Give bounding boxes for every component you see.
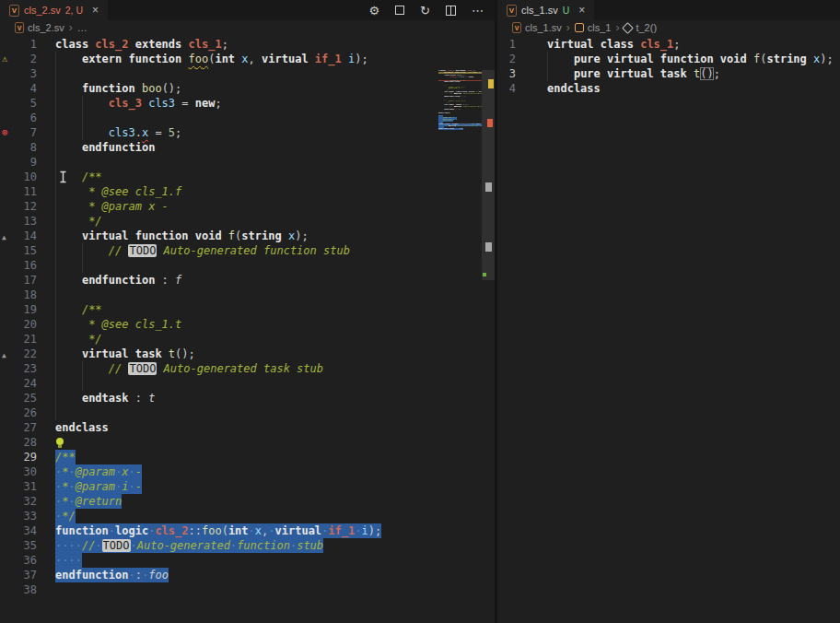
line-number[interactable]: 1 bbox=[497, 37, 516, 52]
line-number[interactable]: 10 bbox=[0, 170, 37, 184]
code-line[interactable]: 29/** bbox=[0, 450, 495, 464]
line-number[interactable]: 35 bbox=[0, 538, 37, 553]
code-line[interactable]: 33·*/ bbox=[0, 509, 495, 523]
code-line[interactable]: 28 bbox=[0, 435, 495, 450]
code-line[interactable]: 14▲ virtual function void f(string x); bbox=[0, 229, 495, 243]
settings-gear-icon[interactable]: ⚙ bbox=[368, 5, 379, 17]
code-line[interactable]: 12 * @param x - bbox=[0, 199, 495, 214]
code-line[interactable]: 17 endfunction : f bbox=[0, 273, 495, 288]
line-number[interactable]: 8 bbox=[0, 140, 37, 155]
code-line[interactable]: 24 bbox=[0, 376, 495, 391]
code-line[interactable]: 6 bbox=[0, 111, 495, 125]
lightbulb-icon[interactable] bbox=[56, 438, 64, 445]
line-number[interactable]: 9 bbox=[0, 155, 37, 170]
selection-highlight: ·*·@param·i·- bbox=[55, 479, 142, 494]
square-icon[interactable] bbox=[395, 6, 404, 15]
code-line[interactable]: 31·*·@param·i·- bbox=[0, 479, 495, 494]
breadcrumb-item[interactable]: … bbox=[77, 22, 88, 33]
code-line[interactable]: 20 * @see cls_1.t bbox=[0, 317, 495, 332]
line-number[interactable]: 13 bbox=[0, 214, 37, 229]
line-number[interactable]: 4 bbox=[497, 81, 516, 96]
line-number[interactable]: 11 bbox=[0, 184, 37, 199]
code-line[interactable]: 38 bbox=[0, 582, 495, 597]
code-line[interactable]: 4 function boo(); bbox=[0, 81, 495, 96]
line-number[interactable]: 18 bbox=[0, 288, 37, 302]
split-editor-icon[interactable] bbox=[446, 6, 456, 16]
minimap[interactable]: class cls_2 extends cls_1; extern functi… bbox=[438, 70, 482, 132]
close-icon[interactable]: × bbox=[578, 4, 585, 17]
line-number[interactable]: 33 bbox=[0, 509, 37, 523]
line-number[interactable]: 32 bbox=[0, 494, 37, 509]
selection-highlight: ·*/ bbox=[55, 509, 76, 523]
line-number[interactable]: 2 bbox=[497, 52, 516, 66]
close-icon[interactable]: × bbox=[92, 4, 99, 17]
code-line[interactable]: 16 bbox=[0, 258, 495, 273]
code-line[interactable]: 1class cls_2 extends cls_1; bbox=[0, 37, 495, 52]
breadcrumb-item[interactable]: t_2() bbox=[624, 22, 657, 33]
line-number[interactable]: 20 bbox=[0, 317, 37, 332]
line-number[interactable]: 6 bbox=[0, 111, 37, 125]
line-number[interactable]: 31 bbox=[0, 479, 37, 494]
code-line[interactable]: 21 */ bbox=[0, 332, 495, 347]
code-line[interactable]: 1virtual class cls_1; bbox=[497, 37, 840, 52]
line-number[interactable]: 3 bbox=[0, 66, 37, 81]
code-line[interactable]: 2⚠ extern function foo(int x, virtual if… bbox=[0, 52, 495, 66]
code-line[interactable]: 7⊗ cls3.x = 5; bbox=[0, 125, 495, 140]
line-number[interactable]: 1 bbox=[0, 37, 37, 52]
line-number[interactable]: 27 bbox=[0, 420, 37, 435]
code-line[interactable]: 2 pure virtual function void f(string x)… bbox=[497, 52, 840, 66]
line-number[interactable]: 4 bbox=[0, 81, 37, 96]
breadcrumb-item[interactable]: Vcls_2.sv bbox=[15, 22, 64, 33]
code-line[interactable]: 8 endfunction bbox=[0, 140, 495, 155]
token: Auto-generated task stub bbox=[157, 362, 323, 375]
line-number[interactable]: 25 bbox=[0, 391, 37, 406]
line-number[interactable]: 30 bbox=[0, 464, 37, 479]
code-line[interactable]: 36···· bbox=[0, 553, 495, 568]
line-number[interactable]: 36 bbox=[0, 553, 37, 568]
line-number[interactable]: 28 bbox=[0, 435, 37, 450]
line-number[interactable]: 15 bbox=[0, 243, 37, 258]
line-number[interactable]: 26 bbox=[0, 406, 37, 420]
code-line[interactable]: 9 bbox=[0, 155, 495, 170]
code-line[interactable]: 4endclass bbox=[497, 81, 840, 96]
line-number[interactable]: 17 bbox=[0, 273, 37, 288]
line-number[interactable]: 29 bbox=[0, 450, 37, 464]
line-number[interactable]: 12 bbox=[0, 199, 37, 214]
code-line[interactable]: 23 // TODO Auto-generated task stub bbox=[0, 361, 495, 376]
tab-cls1sv[interactable]: V cls_1.sv U × bbox=[497, 0, 594, 20]
code-line[interactable]: 15 // TODO Auto-generated function stub bbox=[0, 243, 495, 258]
line-number[interactable]: 23 bbox=[0, 361, 37, 376]
line-number[interactable]: 3 bbox=[497, 66, 516, 81]
code-line[interactable]: 19 /** bbox=[0, 302, 495, 317]
code-line[interactable]: 5 cls_3 cls3 = new; bbox=[0, 96, 495, 111]
code-line[interactable]: 25 endtask : t bbox=[0, 391, 495, 406]
code-line[interactable]: 11 * @see cls_1.f bbox=[0, 184, 495, 199]
code-line[interactable]: 22▲ virtual task t(); bbox=[0, 347, 495, 361]
code-line[interactable]: 34function·logic·cls_2::foo(int·x,·virtu… bbox=[0, 523, 495, 538]
code-line[interactable]: 37endfunction·:·foo bbox=[0, 568, 495, 582]
line-number[interactable]: 24 bbox=[0, 376, 37, 391]
scrollbar[interactable] bbox=[482, 70, 495, 623]
code-line[interactable]: 3 pure virtual task t(); bbox=[497, 66, 840, 81]
code-line[interactable]: 30·*·@param·x·- bbox=[0, 464, 495, 479]
line-number[interactable]: 19 bbox=[0, 302, 37, 317]
code-line[interactable]: 26 bbox=[0, 406, 495, 420]
code-line[interactable]: 18 bbox=[0, 288, 495, 302]
line-number[interactable]: 37 bbox=[0, 568, 37, 582]
code-line[interactable]: 3 bbox=[0, 66, 495, 81]
code-line[interactable]: 13 */ bbox=[0, 214, 495, 229]
code-line[interactable]: 10 /** bbox=[0, 170, 495, 184]
code-line[interactable]: 32·*·@return bbox=[0, 494, 495, 509]
code-line[interactable]: 27endclass bbox=[0, 420, 495, 435]
breadcrumb-item[interactable]: Vcls_1.sv bbox=[512, 22, 562, 33]
breadcrumb-item[interactable]: cls_1 bbox=[575, 22, 612, 33]
line-number[interactable]: 38 bbox=[0, 582, 37, 597]
line-number[interactable]: 21 bbox=[0, 332, 37, 347]
line-number[interactable]: 5 bbox=[0, 96, 37, 111]
sync-icon[interactable]: ↻ bbox=[420, 5, 430, 17]
more-actions-icon[interactable]: ⋯ bbox=[472, 5, 484, 17]
line-number[interactable]: 16 bbox=[0, 258, 37, 273]
code-line[interactable]: 35····//·TODO·Auto-generated·function·st… bbox=[0, 538, 495, 553]
line-number[interactable]: 34 bbox=[0, 523, 37, 538]
tab-cls2sv[interactable]: V cls_2.sv 2, U × bbox=[0, 0, 108, 20]
